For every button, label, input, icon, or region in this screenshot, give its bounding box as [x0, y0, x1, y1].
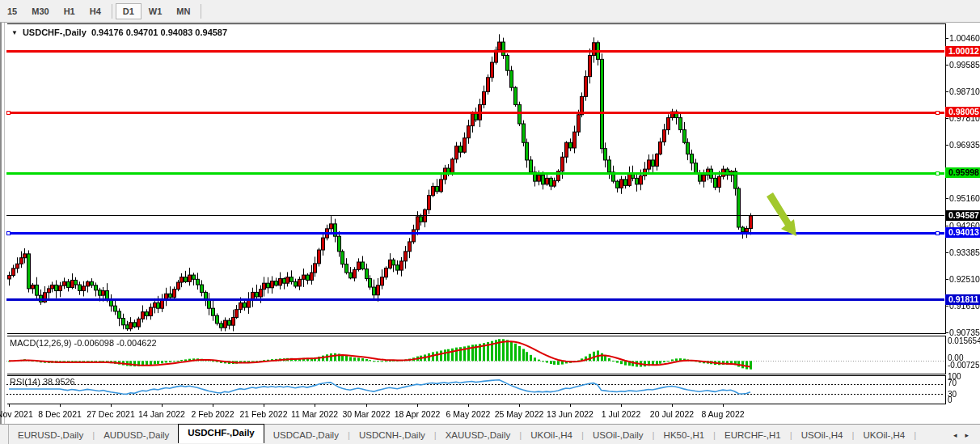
hline-handle-0.94013-right[interactable]: [936, 231, 940, 235]
hline-handle-0.98005-left[interactable]: [6, 111, 11, 115]
price-badge-0.94013: 0.94013: [945, 227, 980, 238]
hline-0.94013[interactable]: [6, 232, 944, 235]
tab-separator: |: [914, 430, 916, 440]
price-axis-label: 0.92510: [949, 274, 980, 284]
date-axis-tick-mark: [60, 404, 61, 407]
date-axis-tick-mark: [570, 404, 571, 407]
macd-label: MACD(12,26,9) -0.006098 -0.004622: [10, 338, 157, 348]
rsi-name: RSI(14): [10, 377, 40, 387]
date-axis-tick-mark: [162, 404, 163, 407]
tab-usdchf-daily[interactable]: USDCHF-,Daily: [178, 424, 264, 443]
chart-ohlc-quote: 0.94176 0.94701 0.94083 0.94587: [91, 27, 227, 37]
price-badge-0.94587: 0.94587: [945, 210, 980, 221]
rsi-axis-label: 70: [948, 378, 957, 387]
date-axis-tick-mark: [672, 404, 673, 407]
tab-xauusd-daily[interactable]: XAUUSD-,Daily: [437, 428, 520, 442]
tab-ukoil-h4[interactable]: UKOil-,H4: [522, 428, 581, 442]
tab-eurchf-h1[interactable]: EURCHF-,H1: [716, 428, 790, 442]
date-axis-label: 8 Aug 2022: [691, 409, 755, 419]
price-axis-tick-mark: [945, 226, 948, 226]
macd-values: -0.006098 -0.004622: [74, 338, 156, 348]
price-axis-label: 0.90735: [949, 328, 980, 337]
timeframe-h1-button[interactable]: H1: [57, 3, 82, 19]
rsi-value: 38.9526: [43, 377, 75, 387]
hline-0.94587[interactable]: [6, 215, 944, 216]
toolbar-separator: [201, 4, 201, 19]
price-badge-0.91811: 0.91811: [945, 294, 980, 305]
timeframe-w1-button[interactable]: W1: [142, 3, 170, 19]
price-axis-tick-mark: [945, 332, 948, 333]
toolbar-separator: [112, 4, 112, 19]
hline-1.00012[interactable]: [6, 50, 944, 53]
hline-0.95998[interactable]: [6, 172, 944, 175]
rsi-label: RSI(14) 38.9526: [10, 377, 75, 387]
tab-usdcnh-daily[interactable]: USDCNH-,Daily: [350, 428, 434, 442]
date-axis-tick-mark: [111, 404, 112, 407]
tab-audusd-daily[interactable]: AUDUSD-,Daily: [95, 428, 178, 442]
tab-scroll-left-icon[interactable]: ◂: [953, 431, 957, 439]
macd-axis-label: 0.015654: [948, 336, 980, 345]
timeframe-m30-button[interactable]: M30: [24, 3, 56, 19]
tab-eurusd-daily[interactable]: EURUSD-,Daily: [9, 428, 92, 442]
timeframe-15-button[interactable]: 15: [0, 3, 24, 19]
price-axis-tick-mark: [945, 279, 948, 280]
macd-name: MACD(12,26,9): [10, 338, 71, 348]
date-axis-tick-mark: [264, 404, 264, 407]
tab-hk50-h1[interactable]: HK50-,H1: [655, 428, 714, 442]
price-axis-tick-mark: [945, 306, 948, 307]
timeframe-h4-button[interactable]: H4: [82, 3, 108, 19]
date-axis-tick-mark: [9, 404, 10, 407]
price-axis-label: 0.99585: [949, 60, 980, 70]
price-axis-tick-mark: [945, 145, 948, 146]
timeframe-d1-button[interactable]: D1: [116, 3, 142, 19]
price-axis-label: 0.93385: [949, 247, 980, 257]
price-badge-1.00012: 1.00012: [945, 46, 980, 57]
tabbar-stub: [0, 425, 9, 444]
date-axis-tick-mark: [468, 404, 469, 407]
timeframe-mn-button[interactable]: MN: [169, 3, 197, 19]
hline-handle-0.95998-right[interactable]: [936, 171, 940, 175]
tab-usoil-daily[interactable]: USOil-,Daily: [584, 428, 653, 442]
chart-menu-triangle-icon[interactable]: ▼: [11, 29, 18, 36]
date-axis-tick-mark: [213, 404, 213, 407]
price-axis-tick-mark: [945, 65, 948, 66]
date-axis-tick-mark: [723, 404, 724, 407]
macd-axis-label: -0.007259: [948, 361, 980, 370]
tab-usdcad-daily[interactable]: USDCAD-,Daily: [264, 428, 348, 442]
rsi-axis-label: 0: [948, 395, 953, 404]
date-axis-tick-mark: [417, 404, 418, 407]
date-axis-tick-mark: [315, 404, 315, 407]
price-axis-tick-mark: [945, 118, 948, 119]
price-axis-label: 0.98710: [949, 87, 980, 96]
hline-0.98005[interactable]: [6, 112, 944, 114]
timeframe-toolbar: 15 M30 H1 H4 D1 W1 MN: [0, 0, 980, 23]
price-badge-0.98005: 0.98005: [945, 107, 980, 117]
tab-ukoil-h4-2[interactable]: UKOil-,H4: [855, 428, 915, 442]
price-axis-label: 0.96935: [949, 140, 980, 150]
price-axis-tick-mark: [945, 252, 948, 253]
price-badge-0.95998: 0.95998: [945, 167, 980, 178]
chart-title: ▼USDCHF-,Daily 0.94176 0.94701 0.94083 0…: [11, 27, 227, 37]
tab-usoil-h4[interactable]: USOil-,H4: [792, 428, 852, 442]
chart-symbol-label: USDCHF-,Daily: [23, 27, 87, 37]
price-axis-tick-mark: [945, 91, 948, 92]
candlestick-chart-canvas[interactable]: [0, 0, 980, 444]
tab-scroll-right-icon[interactable]: ▸: [965, 431, 969, 439]
date-axis-tick-mark: [621, 404, 622, 407]
tab-scroll-controls: ◂ ▸: [953, 431, 980, 439]
symbol-tabbar: EURUSD-,Daily| AUDUSD-,Daily USDCHF-,Dai…: [0, 424, 980, 444]
price-axis-label: 0.95160: [949, 193, 980, 203]
date-axis-tick-mark: [366, 404, 367, 407]
price-axis-label: 1.00460: [949, 33, 980, 43]
hline-handle-0.98005-right[interactable]: [936, 111, 940, 115]
price-axis-tick-mark: [945, 38, 948, 39]
hline-0.91811[interactable]: [6, 298, 944, 301]
hline-handle-0.94013-left[interactable]: [6, 231, 11, 235]
date-axis-tick-mark: [519, 404, 520, 407]
price-axis-tick-mark: [945, 198, 948, 199]
